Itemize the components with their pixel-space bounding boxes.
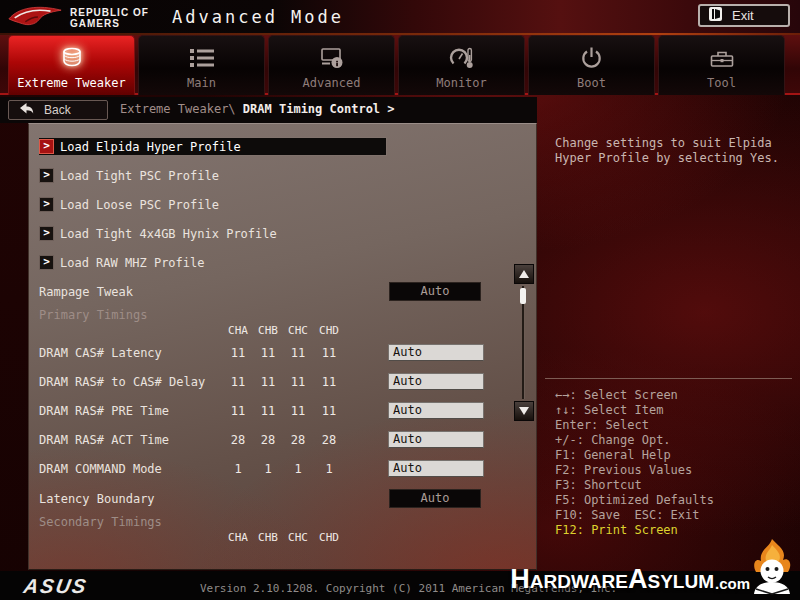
profile-item-label: Load Tight 4x4GB Hynix Profile (60, 227, 277, 241)
toolbox-icon (710, 43, 734, 73)
timing-value: 1 (223, 462, 253, 476)
timing-value: 11 (314, 404, 344, 418)
channel-column-header: CHD (314, 531, 344, 544)
legend-keys: F1: (555, 448, 584, 462)
legend-line: F1: General Help (555, 448, 714, 463)
timing-value: 11 (314, 346, 344, 360)
timing-value: 28 (223, 433, 253, 447)
screen-info-icon (320, 43, 344, 73)
timing-setting-input[interactable]: Auto (388, 373, 484, 390)
legend-keys: F10: (555, 508, 591, 522)
timing-row: DRAM RAS# ACT Time28282828Auto (29, 426, 536, 455)
timing-label: DRAM CAS# Latency (39, 346, 162, 360)
scroll-up-button[interactable] (514, 264, 534, 284)
power-icon (580, 43, 603, 73)
legend-line: F12: Print Screen (555, 523, 714, 538)
legend-action: Select Screen (584, 388, 678, 402)
tab-tool[interactable]: Tool (658, 35, 785, 95)
timing-setting-input[interactable]: Auto (388, 402, 484, 419)
chevron-right-icon: > (39, 226, 54, 241)
setting-row-latency-boundary: Latency Boundary Auto (29, 484, 536, 513)
back-button[interactable]: Back (8, 100, 108, 120)
timing-value: 11 (223, 346, 253, 360)
timing-value: 28 (314, 433, 344, 447)
tab-boot[interactable]: Boot (528, 35, 655, 95)
chevron-right-icon: > (39, 197, 54, 212)
profile-item-strip: >Load Tight PSC Profile (39, 167, 386, 184)
timing-value: 11 (223, 404, 253, 418)
scrollbar-thumb[interactable] (520, 288, 526, 304)
profile-item[interactable]: >Load Elpida Hyper Profile (29, 132, 536, 161)
timing-setting-input[interactable]: Auto (388, 460, 484, 477)
primary-col-headers: CHACHBCHCCHD (29, 324, 536, 339)
profile-item[interactable]: >Load Tight PSC Profile (29, 161, 536, 190)
chevron-right-icon: > (39, 168, 54, 183)
timing-label: DRAM RAS# to CAS# Delay (39, 375, 205, 389)
rog-brand-text: REPUBLIC OF GAMERS (70, 7, 149, 29)
profile-item-label: Load Elpida Hyper Profile (60, 140, 241, 154)
legend-line: F2: Previous Values (555, 463, 714, 478)
channel-column-header: CHA (223, 531, 253, 544)
section-secondary-timings: Secondary Timings (29, 513, 536, 531)
legend-line: ↑↓: Select Item (555, 403, 714, 418)
legend-action: Select Item (584, 403, 663, 417)
tab-main[interactable]: Main (138, 35, 265, 95)
timing-value: 28 (283, 433, 313, 447)
setting-row-rampage-tweak: Rampage Tweak Auto (29, 277, 536, 306)
timing-setting-input[interactable]: Auto (388, 431, 484, 448)
tab-monitor[interactable]: Monitor (398, 35, 525, 95)
tab-extreme-tweaker[interactable]: Extreme Tweaker (8, 35, 135, 95)
timing-row: DRAM COMMAND Mode1111Auto (29, 455, 536, 484)
legend-action: Change Opt. (591, 433, 670, 447)
timing-row: DRAM RAS# to CAS# Delay11111111Auto (29, 368, 536, 397)
timing-value: 11 (283, 346, 313, 360)
legend-action: Optimized Defaults (584, 493, 714, 507)
timing-label: DRAM RAS# PRE Time (39, 404, 169, 418)
primary-timing-rows: DRAM CAS# Latency11111111AutoDRAM RAS# t… (29, 339, 536, 484)
scroll-down-button[interactable] (514, 401, 534, 421)
timing-value: 1 (314, 462, 344, 476)
profile-item[interactable]: >Load Tight 4x4GB Hynix Profile (29, 219, 536, 248)
flame-mascot-icon (746, 539, 798, 599)
help-panel: Change settings to suit Elpida Hyper Pro… (537, 123, 800, 570)
timing-value: 11 (253, 375, 283, 389)
timing-value: 1 (253, 462, 283, 476)
channel-column-header: CHC (283, 324, 313, 337)
legend-keys: ↑↓: (555, 403, 584, 417)
profile-item[interactable]: >Load Loose PSC Profile (29, 190, 536, 219)
rampage-tweak-dropdown[interactable]: Auto (389, 282, 481, 301)
timing-value: 11 (253, 404, 283, 418)
tab-label: Main (187, 76, 216, 90)
channel-column-header: CHD (314, 324, 344, 337)
breadcrumb: Extreme Tweaker\ DRAM Timing Control > (120, 102, 395, 116)
channel-column-header: CHB (253, 531, 283, 544)
legend-keys: ←→: (555, 388, 584, 402)
channel-column-header: CHC (283, 531, 313, 544)
setting-label: Latency Boundary (39, 492, 155, 506)
hardwareasylum-watermark: HardwareAsylum .com (510, 539, 798, 599)
legend-keys: F12: (555, 523, 591, 537)
bios-screen: REPUBLIC OF GAMERS Advanced Mode Exit (0, 0, 800, 600)
profile-item-label: Load Loose PSC Profile (60, 198, 219, 212)
tab-advanced[interactable]: Advanced (268, 35, 395, 95)
profile-item-label: Load Tight PSC Profile (60, 169, 219, 183)
legend-line: F3: Shortcut (555, 478, 714, 493)
profile-item-strip: >Load Loose PSC Profile (39, 196, 386, 213)
page-title: Advanced Mode (172, 7, 344, 27)
timing-row: DRAM CAS# Latency11111111Auto (29, 339, 536, 368)
tab-label: Boot (577, 76, 606, 90)
asus-logo: ASUS (22, 575, 90, 598)
channel-column-header: CHA (223, 324, 253, 337)
watermark-text: HardwareAsylum (510, 559, 714, 599)
back-button-label: Back (44, 103, 71, 117)
profile-item[interactable]: >Load RAW MHZ Profile (29, 248, 536, 277)
timing-setting-input[interactable]: Auto (388, 344, 484, 361)
section-primary-timings: Primary Timings (29, 306, 536, 324)
legend-action: Select (606, 418, 649, 432)
latency-boundary-dropdown[interactable]: Auto (389, 489, 481, 508)
breadcrumb-current: DRAM Timing Control > (243, 102, 395, 116)
rog-logo: REPUBLIC OF GAMERS (6, 2, 149, 34)
legend-keys: Enter: (555, 418, 606, 432)
exit-button[interactable]: Exit (698, 4, 790, 27)
legend-line: +/-: Change Opt. (555, 433, 714, 448)
